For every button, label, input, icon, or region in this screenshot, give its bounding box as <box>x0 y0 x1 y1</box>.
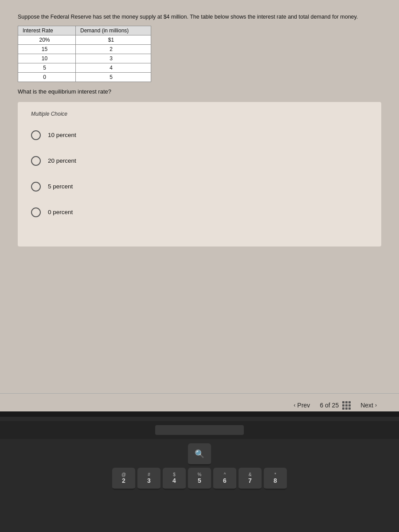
key-bottom-char: 4 <box>172 477 176 484</box>
option-label-1: 10 percent <box>48 132 76 138</box>
key-top-char: * <box>274 472 276 477</box>
multiple-choice-label: Multiple Choice <box>31 111 368 117</box>
key-bottom-char: 6 <box>223 477 227 484</box>
search-bar <box>155 425 244 435</box>
interest-rate-table: Interest Rate Demand (in millions) 20%$1… <box>18 26 151 82</box>
screen-area: Suppose the Federal Reserve has set the … <box>0 0 399 417</box>
table-cell: 15 <box>18 44 76 54</box>
table-cell: 5 <box>18 63 76 72</box>
option-row-2[interactable]: 20 percent <box>31 156 368 166</box>
top-bar <box>0 421 399 439</box>
prev-label: Prev <box>297 402 310 409</box>
keyboard-row-search: 🔍 <box>112 443 287 466</box>
keyboard-key[interactable]: @ 2 <box>112 468 135 490</box>
table-cell: 5 <box>76 72 151 82</box>
key-bottom-char: 3 <box>147 477 151 484</box>
next-button[interactable]: Next › <box>356 399 381 411</box>
table-row: 152 <box>18 44 151 54</box>
question-card: Multiple Choice 10 percent 20 percent 5 … <box>18 102 381 246</box>
key-top-char: # <box>148 472 150 477</box>
keyboard-row-numbers: @ 2# 3$ 4% 5^ 6& 7* 8 <box>112 468 287 490</box>
table-cell: 0 <box>18 72 76 82</box>
keyboard-area: 🔍 @ 2# 3$ 4% 5^ 6& 7* 8 <box>0 417 399 532</box>
search-key[interactable]: 🔍 <box>188 443 211 466</box>
radio-opt1[interactable] <box>31 130 41 140</box>
table-cell: 4 <box>76 63 151 72</box>
radio-opt4[interactable] <box>31 207 41 217</box>
key-bottom-char: 7 <box>248 477 252 484</box>
screen-bezel <box>0 411 399 417</box>
grid-icon[interactable] <box>342 401 351 410</box>
table-cell: 10 <box>18 54 76 63</box>
question-prompt: Suppose the Federal Reserve has set the … <box>18 13 381 21</box>
keyboard-key[interactable]: % 5 <box>188 468 211 490</box>
option-row-3[interactable]: 5 percent <box>31 182 368 192</box>
key-top-char: @ <box>121 472 126 477</box>
keyboard-key[interactable]: * 8 <box>264 468 287 490</box>
keyboard-key[interactable]: # 3 <box>137 468 160 490</box>
table-row: 05 <box>18 72 151 82</box>
page-info: 6 of 25 <box>320 401 351 410</box>
key-top-char: ^ <box>224 472 226 477</box>
table-header-rate: Interest Rate <box>18 26 76 35</box>
key-top-char: % <box>198 472 202 477</box>
radio-opt3[interactable] <box>31 182 41 192</box>
table-cell: 3 <box>76 54 151 63</box>
option-row-1[interactable]: 10 percent <box>31 130 368 140</box>
option-label-3: 5 percent <box>48 183 73 190</box>
key-top-char: & <box>249 472 252 477</box>
table-row: 54 <box>18 63 151 72</box>
equilibrium-question: What is the equilibrium interest rate? <box>18 88 381 95</box>
table-header-demand: Demand (in millions) <box>76 26 151 35</box>
keyboard-key[interactable]: $ 4 <box>163 468 186 490</box>
keyboard: 🔍 @ 2# 3$ 4% 5^ 6& 7* 8 <box>108 442 291 492</box>
page-info-text: 6 of 25 <box>320 402 339 409</box>
radio-opt2[interactable] <box>31 156 41 166</box>
option-row-4[interactable]: 0 percent <box>31 207 368 217</box>
prev-button[interactable]: ‹ Prev <box>289 399 315 411</box>
table-row: 20%$1 <box>18 35 151 44</box>
table-row: 103 <box>18 54 151 63</box>
table-cell: $1 <box>76 35 151 44</box>
option-label-2: 20 percent <box>48 157 76 164</box>
search-icon: 🔍 <box>195 449 204 459</box>
key-bottom-char: 2 <box>122 477 125 484</box>
key-top-char: $ <box>173 472 176 477</box>
keyboard-key[interactable]: & 7 <box>239 468 262 490</box>
option-label-4: 0 percent <box>48 209 73 215</box>
key-bottom-char: 8 <box>274 477 277 484</box>
chevron-left-icon: ‹ <box>294 402 296 408</box>
chevron-right-icon: › <box>375 402 377 408</box>
table-cell: 2 <box>76 44 151 54</box>
table-cell: 20% <box>18 35 76 44</box>
keyboard-key[interactable]: ^ 6 <box>213 468 236 490</box>
next-label: Next <box>360 402 373 409</box>
key-bottom-char: 5 <box>198 477 201 484</box>
